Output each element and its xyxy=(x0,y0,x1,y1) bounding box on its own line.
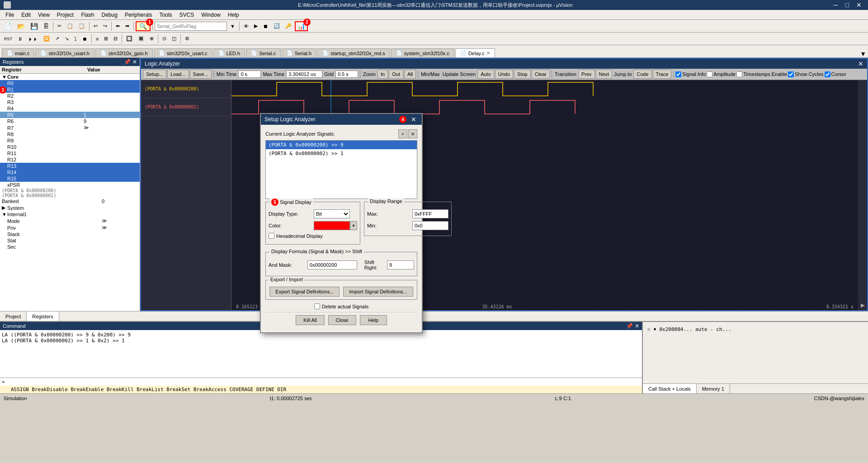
color-dropdown-btn[interactable]: ▼ xyxy=(350,221,357,230)
t1[interactable]: ⏸ xyxy=(15,34,25,44)
view2[interactable]: ⊞ xyxy=(102,34,110,44)
reg-close-btn[interactable]: ✕ xyxy=(132,59,137,65)
run-btn[interactable]: ▶ xyxy=(252,21,260,31)
signal-item-1[interactable]: (PORTA & 0x00000200) >> 9 xyxy=(266,141,417,149)
tab-led-h[interactable]: 📄 LED.h xyxy=(213,48,245,57)
la-undo-btn[interactable]: Undo xyxy=(495,70,513,79)
kill-all-btn[interactable]: Kill All xyxy=(296,315,324,325)
t5[interactable]: ↘ xyxy=(62,34,71,44)
t7[interactable]: ⏺ xyxy=(80,34,90,44)
la-signalinfo-check[interactable]: Signal Info xyxy=(675,71,706,77)
menu-debug[interactable]: Debug xyxy=(98,11,121,19)
undo-btn[interactable]: ↩ xyxy=(91,21,100,31)
tab-gpio-h[interactable]: 📄 stm32f10x_gpio.h xyxy=(95,48,153,57)
t4[interactable]: ↗ xyxy=(53,34,61,44)
tab-serial-h[interactable]: 📄 Serial.h xyxy=(282,48,316,57)
menu-view[interactable]: View xyxy=(34,11,53,19)
menu-file[interactable]: File xyxy=(2,11,18,19)
menu-peripherals[interactable]: Peripherals xyxy=(121,11,156,19)
la-zoom-in[interactable]: In xyxy=(377,70,388,79)
tab-memory1[interactable]: Memory 1 xyxy=(697,384,730,393)
shift-right-input[interactable] xyxy=(387,260,414,269)
cut-btn[interactable]: ✂ xyxy=(55,21,64,31)
tab-delay-c[interactable]: 📄 Delay.c ✕ xyxy=(455,48,495,57)
menu-project[interactable]: Project xyxy=(53,11,77,19)
menu-edit[interactable]: Edit xyxy=(18,11,34,19)
view3[interactable]: ⊟ xyxy=(111,34,120,44)
signal-item-2[interactable]: (PORTA & 0x00000002) >> 1 xyxy=(266,149,417,158)
tab-close[interactable]: ✕ xyxy=(486,51,490,56)
la-zoom-out[interactable]: Out xyxy=(389,70,403,79)
command-input[interactable] xyxy=(5,379,640,385)
setup-dialog-titlebar[interactable]: Setup Logic Analyzer 4 ✕ xyxy=(261,114,422,125)
la-load-btn[interactable]: Load... xyxy=(167,70,189,79)
hex-display-check[interactable] xyxy=(269,233,274,239)
maximize-button[interactable]: □ xyxy=(843,1,852,9)
stop-run-btn[interactable]: ⏹ xyxy=(261,21,270,31)
cmd-pin-btn[interactable]: 📌 xyxy=(626,323,633,329)
new-btn[interactable]: 📄 xyxy=(2,21,14,31)
core-expand[interactable]: ▼ xyxy=(2,74,7,80)
tab-startup[interactable]: 📄 startup_stm32f10x_md.s xyxy=(317,48,390,57)
min-input[interactable] xyxy=(412,221,448,230)
la-clear-btn[interactable]: Clear xyxy=(532,70,550,79)
and-mask-input[interactable] xyxy=(307,260,357,269)
nav-back[interactable]: ⬅ xyxy=(113,21,122,31)
la-auto-btn[interactable]: Auto xyxy=(477,70,494,79)
open-btn[interactable]: 📂 xyxy=(15,21,27,31)
copy-btn[interactable]: 📋 xyxy=(65,21,75,31)
display-type-select[interactable]: Bit xyxy=(314,209,350,218)
cmd-close-btn[interactable]: ✕ xyxy=(635,323,639,329)
tab-serial-c[interactable]: 📄 Serial.c xyxy=(246,48,281,57)
search-go[interactable]: ▼ xyxy=(228,21,237,31)
delete-signals-check[interactable]: Delete actual Signals xyxy=(314,303,368,309)
pin1[interactable]: ⊙ xyxy=(160,34,169,44)
export-signal-btn[interactable]: Export Signal Definitions... xyxy=(269,287,340,297)
la-cursor-check[interactable]: Cursor xyxy=(825,71,846,77)
mem1[interactable]: 🔲 xyxy=(124,34,135,44)
signal-new-btn[interactable]: + xyxy=(398,129,407,138)
redo-btn[interactable]: ↪ xyxy=(101,21,109,31)
la-setup-btn[interactable]: Setup... xyxy=(143,70,166,79)
t6[interactable]: ⤵ xyxy=(72,34,79,44)
la-amplitude-check[interactable]: Amplitude xyxy=(707,71,736,77)
step-btn[interactable]: 🔑 xyxy=(283,21,294,31)
la-showcycles-check[interactable]: Show Cycles xyxy=(788,71,824,77)
pin2[interactable]: ◫ xyxy=(170,34,179,44)
menu-tools[interactable]: Tools xyxy=(156,11,176,19)
tab-usart-h[interactable]: 📄 stm32f10x_usart.h xyxy=(35,48,94,57)
menu-svcs[interactable]: SVCS xyxy=(176,11,198,19)
help-btn[interactable]: Help xyxy=(360,315,387,325)
clr-btn[interactable]: 🔄 xyxy=(271,21,282,31)
reg-pin-btn[interactable]: 📌 xyxy=(124,59,131,65)
tab-callstack[interactable]: Call Stack + Locals xyxy=(643,384,697,393)
menu-window[interactable]: Window xyxy=(198,11,224,19)
rst-btn[interactable]: RST xyxy=(2,34,14,44)
la-code-btn[interactable]: Code xyxy=(633,70,651,79)
close-dialog-btn[interactable]: Close xyxy=(328,315,356,325)
view1[interactable]: ≡ xyxy=(94,34,101,44)
minimize-button[interactable]: ─ xyxy=(831,1,841,9)
paste-btn[interactable]: 📋 xyxy=(76,21,87,31)
import-signal-btn[interactable]: Import Signal Definitions... xyxy=(343,287,413,297)
setup-close-btn[interactable]: ✕ xyxy=(409,116,418,123)
tabs-dropdown[interactable]: ▼ xyxy=(860,50,866,57)
la-timestamps-check[interactable]: Timestamps Enable xyxy=(736,71,787,77)
mem3[interactable]: ⊕ xyxy=(147,34,156,44)
mem2[interactable]: 🔳 xyxy=(136,34,146,44)
signal-delete-btn[interactable]: ✕ xyxy=(408,129,417,138)
tab-system[interactable]: 📄 system_stm32f10x.c xyxy=(391,48,454,57)
la-trace-btn[interactable]: Trace xyxy=(653,70,672,79)
close-button[interactable]: ✕ xyxy=(854,1,864,9)
tab-usart-c[interactable]: 📄 stm32f10x_usart.c xyxy=(154,48,212,57)
tab-project[interactable]: Project xyxy=(0,312,27,321)
la-scroll-right[interactable]: ▶ xyxy=(861,302,865,308)
la-close-btn[interactable]: ✕ xyxy=(858,60,863,67)
extra1[interactable]: ⚙ xyxy=(183,34,192,44)
t2[interactable]: ⏵⏵ xyxy=(26,34,40,44)
la-zoom-all[interactable]: All xyxy=(404,70,416,79)
la-next-btn[interactable]: Next xyxy=(596,70,613,79)
nav-fwd[interactable]: ➡ xyxy=(123,21,132,31)
menu-help[interactable]: Help xyxy=(224,11,243,19)
save-all-btn[interactable]: 🗄 xyxy=(41,21,51,31)
